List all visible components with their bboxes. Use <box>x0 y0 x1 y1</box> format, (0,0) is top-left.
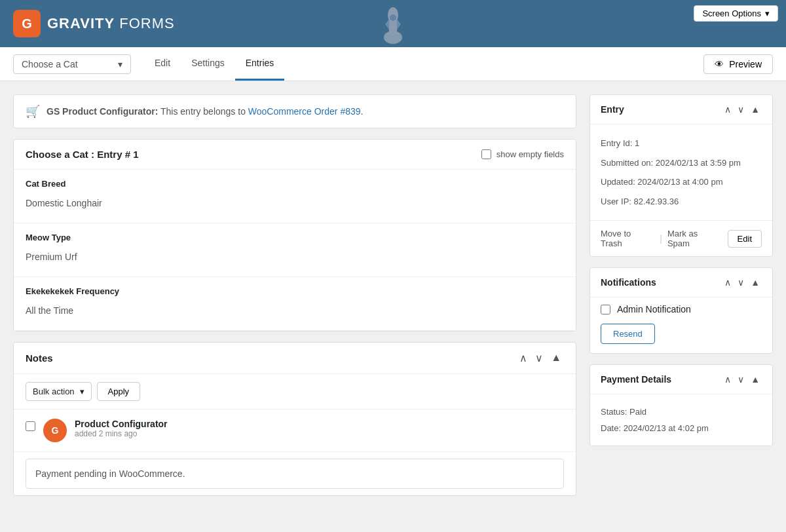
svg-point-3 <box>390 14 396 21</box>
entry-sidebar-header: Entry ∧ ∨ ▲ <box>590 95 772 124</box>
payment-down-arrow[interactable]: ∨ <box>736 373 746 386</box>
admin-notification-label: Admin Notification <box>617 304 691 314</box>
payment-collapse-arrow[interactable]: ▲ <box>749 373 762 386</box>
notifications-sidebar-header: Notifications ∧ ∨ ▲ <box>590 268 772 297</box>
nav-links: Edit Settings Entries <box>144 47 284 81</box>
nav-settings[interactable]: Settings <box>181 47 235 81</box>
note-author: Product Configurator <box>75 419 564 429</box>
cat-breed-value: Domestic Longhair <box>26 193 564 214</box>
notifications-controls: ∧ ∨ ▲ <box>722 276 762 289</box>
note-time: added 2 mins ago <box>75 429 564 438</box>
svg-marker-4 <box>385 19 389 29</box>
entry-sidebar-card: Entry ∧ ∨ ▲ Entry Id: 1 Submitted on: 20… <box>590 94 773 257</box>
notifications-title: Notifications <box>601 277 656 288</box>
note-item: G Product Configurator added 2 mins ago <box>14 409 576 452</box>
entry-id: Entry Id: 1 <box>601 134 762 153</box>
notes-collapse-arrow[interactable]: ▲ <box>548 351 564 366</box>
payment-status: Status: Paid <box>601 404 762 420</box>
chevron-down-icon: ▾ <box>118 59 122 69</box>
entry-edit-button[interactable]: Edit <box>728 230 762 248</box>
mark-as-spam-link[interactable]: Mark as Spam <box>667 229 722 248</box>
notes-header: Notes ∧ ∨ ▲ <box>14 343 576 374</box>
top-bar: G GRAVITY FORMS Screen Options ▾ <box>0 0 786 47</box>
rocket-icon <box>380 5 406 47</box>
notes-card: Notes ∧ ∨ ▲ Bulk action ▾ Apply G Produc… <box>13 342 576 496</box>
payment-details-title: Payment Details <box>601 374 671 385</box>
meow-type-value: Premium Urf <box>26 246 564 267</box>
note-checkbox[interactable] <box>26 421 35 431</box>
eye-icon: 👁 <box>715 59 724 69</box>
meow-type-label: Meow Type <box>26 233 564 242</box>
nav-edit[interactable]: Edit <box>144 47 181 81</box>
form-select-dropdown[interactable]: Choose a Cat ▾ <box>13 54 131 74</box>
entry-form-card: Choose a Cat : Entry # 1 show empty fiel… <box>13 139 576 332</box>
preview-button[interactable]: 👁 Preview <box>703 54 773 74</box>
nav-entries[interactable]: Entries <box>235 47 285 81</box>
separator: | <box>660 233 662 244</box>
payment-details-header: Payment Details ∧ ∨ ▲ <box>590 365 772 394</box>
info-banner: 🛒 GS Product Configurator: This entry be… <box>13 94 576 128</box>
entry-down-arrow[interactable]: ∨ <box>736 103 746 116</box>
meow-type-section: Meow Type Premium Urf <box>14 223 576 277</box>
notes-down-arrow[interactable]: ∨ <box>533 351 546 366</box>
note-avatar: G <box>43 419 67 442</box>
screen-options-button[interactable]: Screen Options ▾ <box>694 5 778 22</box>
entry-sidebar-body: Entry Id: 1 Submitted on: 2024/02/13 at … <box>590 124 772 220</box>
entry-collapse-arrow[interactable]: ▲ <box>749 103 762 116</box>
submitted-on: Submitted on: 2024/02/13 at 3:59 pm <box>601 153 762 173</box>
logo: G GRAVITY FORMS <box>13 10 175 37</box>
frequency-value: All the Time <box>26 300 564 321</box>
entry-form-title: Choose a Cat : Entry # 1 <box>26 149 139 160</box>
payment-up-arrow[interactable]: ∧ <box>722 373 733 386</box>
user-ip: User IP: 82.42.93.36 <box>601 192 762 212</box>
entry-form-header: Choose a Cat : Entry # 1 show empty fiel… <box>14 140 576 170</box>
payment-details-card: Payment Details ∧ ∨ ▲ Status: Paid Date:… <box>590 364 773 446</box>
notif-up-arrow[interactable]: ∧ <box>722 276 733 289</box>
cat-breed-section: Cat Breed Domestic Longhair <box>14 170 576 223</box>
apply-button[interactable]: Apply <box>97 382 141 401</box>
entry-sidebar-title: Entry <box>601 104 624 115</box>
entry-actions: Move to Trash | Mark as Spam Edit <box>590 220 772 256</box>
move-to-trash-link[interactable]: Move to Trash <box>601 229 654 248</box>
svg-marker-5 <box>397 19 401 29</box>
note-meta: Product Configurator added 2 mins ago <box>75 419 564 438</box>
payment-details-body: Status: Paid Date: 2024/02/13 at 4:02 pm <box>590 394 772 446</box>
notes-title: Notes <box>26 352 53 364</box>
cart-icon: 🛒 <box>26 104 40 119</box>
notes-controls: ∧ ∨ ▲ <box>517 351 564 366</box>
entry-sidebar-controls: ∧ ∨ ▲ <box>722 103 762 116</box>
cat-breed-label: Cat Breed <box>26 179 564 189</box>
payment-controls: ∧ ∨ ▲ <box>722 373 762 386</box>
notifications-sidebar-card: Notifications ∧ ∨ ▲ Admin Notification R… <box>590 267 773 354</box>
notif-collapse-arrow[interactable]: ▲ <box>749 276 762 289</box>
notes-up-arrow[interactable]: ∧ <box>517 351 530 366</box>
logo-icon: G <box>13 10 41 37</box>
left-column: 🛒 GS Product Configurator: This entry be… <box>13 94 576 506</box>
notes-toolbar: Bulk action ▾ Apply <box>14 374 576 409</box>
show-empty-fields-label[interactable]: show empty fields <box>481 149 564 159</box>
note-content: Payment pending in WooCommerce. <box>26 459 564 489</box>
notif-down-arrow[interactable]: ∨ <box>736 276 746 289</box>
frequency-label: Ekekekekek Frequency <box>26 286 564 296</box>
woocommerce-order-link[interactable]: WooCommerce Order #839 <box>248 106 361 117</box>
payment-date: Date: 2024/02/13 at 4:02 pm <box>601 420 762 436</box>
main-content: 🛒 GS Product Configurator: This entry be… <box>0 81 786 520</box>
chevron-down-icon: ▾ <box>765 9 770 18</box>
entry-up-arrow[interactable]: ∧ <box>722 103 733 116</box>
show-empty-fields-checkbox[interactable] <box>481 149 491 159</box>
updated-on: Updated: 2024/02/13 at 4:00 pm <box>601 172 762 192</box>
bulk-action-dropdown[interactable]: Bulk action ▾ <box>26 382 92 401</box>
frequency-section: Ekekekekek Frequency All the Time <box>14 277 576 331</box>
right-column: Entry ∧ ∨ ▲ Entry Id: 1 Submitted on: 20… <box>590 94 773 506</box>
chevron-down-icon: ▾ <box>80 387 84 396</box>
admin-notification-row: Admin Notification <box>590 297 772 321</box>
resend-button[interactable]: Resend <box>601 324 655 344</box>
logo-text: GRAVITY FORMS <box>47 15 175 32</box>
nav-bar: Choose a Cat ▾ Edit Settings Entries 👁 P… <box>0 47 786 81</box>
admin-notification-checkbox[interactable] <box>601 305 610 314</box>
